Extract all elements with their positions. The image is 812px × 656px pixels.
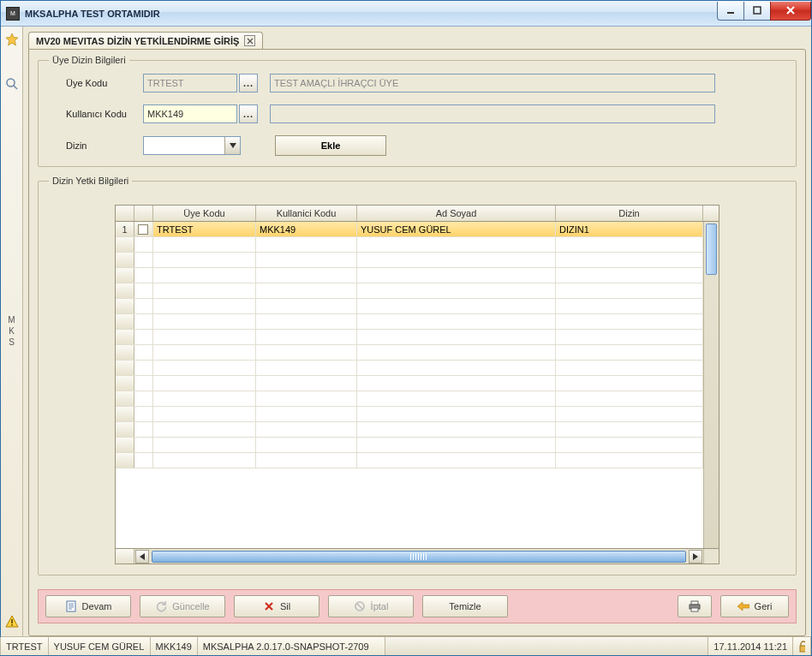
titlebar[interactable]: M MKSALPHA TEST ORTAMIDIR xyxy=(1,1,811,27)
uye-kodu-input[interactable] xyxy=(143,74,237,92)
row-checkbox-cell[interactable] xyxy=(134,453,153,468)
table-row[interactable] xyxy=(116,314,703,330)
table-row[interactable] xyxy=(116,407,703,422)
row-checkbox-cell[interactable] xyxy=(134,330,153,344)
table-row[interactable] xyxy=(116,299,703,314)
row-checkbox-cell[interactable] xyxy=(134,391,153,406)
svg-point-6 xyxy=(355,602,364,611)
table-row[interactable] xyxy=(116,438,703,453)
cell-dizin xyxy=(556,438,703,452)
grid-vscrollbar[interactable] xyxy=(703,222,719,548)
row-number xyxy=(116,237,134,252)
row-number xyxy=(116,453,134,468)
cell-uye xyxy=(153,314,256,329)
print-button[interactable] xyxy=(678,595,712,617)
cell-dizin xyxy=(556,330,703,344)
ekle-button[interactable]: Ekle xyxy=(275,135,386,156)
row-checkbox-cell[interactable] xyxy=(134,283,153,298)
grid-vscroll-thumb[interactable] xyxy=(706,224,717,275)
cell-dizin: DIZIN1 xyxy=(556,222,703,236)
row-checkbox-cell[interactable] xyxy=(134,422,153,437)
table-row[interactable] xyxy=(116,376,703,391)
table-row[interactable] xyxy=(116,283,703,299)
cell-adsoyad xyxy=(357,283,556,298)
guncelle-button[interactable]: Güncelle xyxy=(140,595,225,617)
grid-header-kullanici[interactable]: Kullanici Kodu xyxy=(256,206,357,221)
status-cell-1: TRTEST xyxy=(0,637,49,655)
row-checkbox-cell[interactable] xyxy=(134,222,153,236)
grid-header-check[interactable] xyxy=(134,206,153,221)
kullanici-kodu-input[interactable] xyxy=(143,104,237,123)
table-row[interactable] xyxy=(116,253,703,268)
svg-rect-9 xyxy=(691,608,698,611)
maximize-button[interactable] xyxy=(743,2,771,21)
table-row[interactable] xyxy=(116,453,703,468)
left-rail: MKS xyxy=(1,27,23,636)
warning-icon[interactable] xyxy=(4,614,20,629)
kullanici-kodu-lookup-button[interactable]: ... xyxy=(239,104,258,123)
table-row[interactable] xyxy=(116,422,703,438)
cell-kullanici xyxy=(256,438,357,452)
row-number: 1 xyxy=(116,222,134,236)
row-checkbox-cell[interactable] xyxy=(134,376,153,391)
table-row[interactable]: 1TRTESTMKK149YUSUF CEM GÜRELDIZIN1 xyxy=(116,222,703,237)
document-icon xyxy=(65,600,77,612)
row-checkbox-cell[interactable] xyxy=(134,407,153,421)
grid-hscroll-thumb[interactable] xyxy=(152,551,686,563)
row-checkbox-cell[interactable] xyxy=(134,314,153,329)
cell-kullanici xyxy=(256,345,357,360)
tab-close-icon[interactable] xyxy=(244,35,255,46)
grid-hscrollbar[interactable] xyxy=(134,549,703,564)
table-row[interactable] xyxy=(116,237,703,253)
rail-label: MKS xyxy=(7,315,16,349)
cell-adsoyad xyxy=(357,376,556,391)
iptal-button[interactable]: İptal xyxy=(328,595,414,617)
grid-scroll-corner xyxy=(703,549,719,564)
dizin-combo-button[interactable] xyxy=(224,137,240,154)
cell-dizin xyxy=(556,422,703,437)
row-checkbox-cell[interactable] xyxy=(134,237,153,252)
table-row[interactable] xyxy=(116,361,703,376)
cell-kullanici xyxy=(256,407,357,421)
cell-uye xyxy=(153,283,256,298)
grid-header-scrollgap xyxy=(703,206,719,221)
grid-header-dizin[interactable]: Dizin xyxy=(556,206,703,221)
grid-header-adsoyad[interactable]: Ad Soyad xyxy=(357,206,556,221)
row-number xyxy=(116,391,134,406)
table-row[interactable] xyxy=(116,345,703,361)
status-cell-3: MKK149 xyxy=(150,637,198,655)
row-checkbox-cell[interactable] xyxy=(134,253,153,267)
sil-button[interactable]: Sil xyxy=(234,595,319,617)
checkbox-icon[interactable] xyxy=(138,224,148,235)
grid-header-rownum[interactable] xyxy=(116,206,134,221)
temizle-button[interactable]: Temizle xyxy=(422,595,508,617)
grid-header-uye[interactable]: Üye Kodu xyxy=(153,206,256,221)
cell-kullanici xyxy=(256,268,357,283)
grid-hscroll-right[interactable] xyxy=(689,550,702,564)
table-row[interactable] xyxy=(116,268,703,283)
row-checkbox-cell[interactable] xyxy=(134,361,153,375)
status-lock-icon[interactable] xyxy=(792,637,811,655)
cell-adsoyad xyxy=(357,299,556,313)
grid-hscroll-left[interactable] xyxy=(135,550,149,564)
tab-mv20[interactable]: MV20 MEVITAS DİZİN YETKİLENDİRME GİRİŞ xyxy=(28,32,263,49)
cell-kullanici xyxy=(256,314,357,329)
devam-button[interactable]: Devam xyxy=(45,595,131,617)
close-button[interactable] xyxy=(770,2,811,21)
row-checkbox-cell[interactable] xyxy=(134,268,153,283)
svg-rect-4 xyxy=(11,624,13,626)
minimize-button[interactable] xyxy=(717,2,744,21)
table-row[interactable] xyxy=(116,391,703,407)
row-number xyxy=(116,345,134,360)
cell-uye: TRTEST xyxy=(153,222,256,236)
status-cell-2: YUSUF CEM GÜREL xyxy=(48,637,151,655)
uye-kodu-lookup-button[interactable]: ... xyxy=(239,74,258,92)
row-checkbox-cell[interactable] xyxy=(134,299,153,313)
content-panel: Üye Dizin Bilgileri Üye Kodu ... Kullanı… xyxy=(28,49,806,636)
row-checkbox-cell[interactable] xyxy=(134,345,153,360)
geri-button[interactable]: Geri xyxy=(720,595,789,617)
favorite-icon[interactable] xyxy=(4,32,20,47)
table-row[interactable] xyxy=(116,330,703,345)
search-icon[interactable] xyxy=(4,76,20,92)
row-checkbox-cell[interactable] xyxy=(134,438,153,452)
